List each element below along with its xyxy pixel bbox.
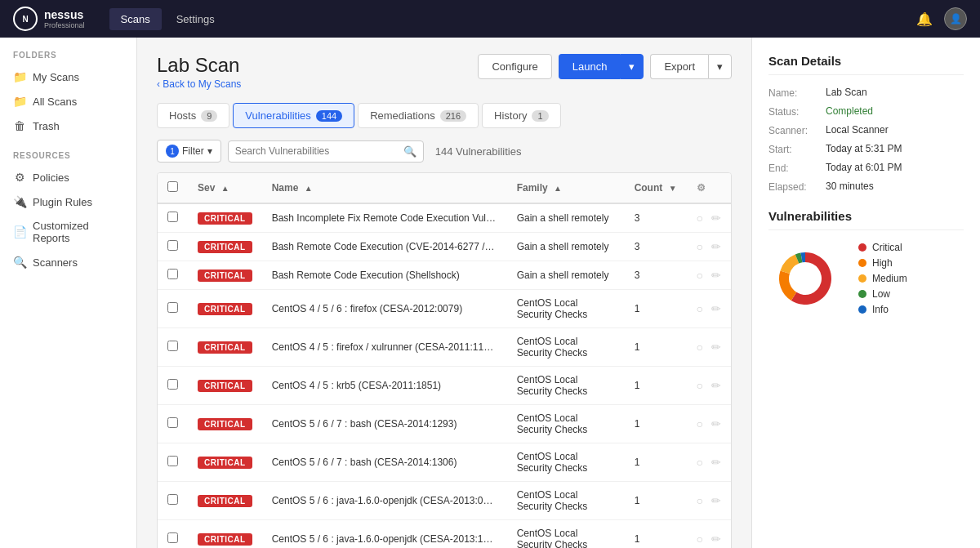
th-settings: ⚙ [687,173,731,203]
sidebar-item-label: Customized Reports [33,220,123,244]
severity-badge: CRITICAL [198,341,252,354]
th-severity[interactable]: Sev ▲ [188,173,262,203]
row-check-icon[interactable]: ○ [697,269,703,282]
select-all-checkbox[interactable] [167,181,178,192]
tab-remediations[interactable]: Remediations 216 [358,103,479,128]
row-check-icon[interactable]: ○ [697,302,703,315]
row-severity: CRITICAL [188,367,262,405]
sidebar-item-label: Trash [33,120,60,132]
nav-link-settings[interactable]: Settings [165,8,226,30]
filter-button[interactable]: 1 Filter ▾ [157,140,221,163]
sidebar-item-all-scans[interactable]: 📁 All Scans [0,89,136,114]
legend-item-info: Info [858,304,907,315]
sidebar-item-scanners[interactable]: 🔍 Scanners [0,250,136,274]
row-checkbox[interactable] [167,417,178,428]
detail-elapsed-value: 30 minutes [826,180,874,192]
table-row: CRITICAL CentOS 4 / 5 : firefox / xulrun… [158,328,731,367]
row-checkbox[interactable] [167,269,178,279]
row-count: 1 [625,482,687,520]
row-checkbox[interactable] [167,532,178,543]
row-checkbox-cell [158,405,188,443]
export-dropdown-button[interactable]: ▾ [708,54,732,79]
row-edit-icon[interactable]: ✏ [711,212,721,225]
nav-link-scans[interactable]: Scans [109,8,162,30]
launch-button[interactable]: Launch [559,54,621,79]
configure-button[interactable]: Configure [478,54,551,79]
th-count[interactable]: Count ▼ [625,173,687,203]
row-check-icon[interactable]: ○ [697,341,703,354]
sidebar-item-customized-reports[interactable]: 📄 Customized Reports [0,214,136,250]
legend-label: Medium [872,273,907,284]
sidebar-item-label: Scanners [33,256,78,269]
row-check-icon[interactable]: ○ [697,212,703,225]
row-name: CentOS 4 / 5 : krb5 (CESA-2011:1851) [262,367,507,405]
row-edit-icon[interactable]: ✏ [711,341,721,354]
row-check-icon[interactable]: ○ [697,379,703,392]
sidebar-item-trash[interactable]: 🗑 Trash [0,114,136,138]
export-button[interactable]: Export [650,54,708,79]
notifications-icon[interactable]: 🔔 [916,11,933,27]
tab-bar: Hosts 9 Vulnerabilities 144 Remediations… [157,103,732,128]
row-check-icon[interactable]: ○ [697,494,703,507]
donut-segment-medium [780,254,799,274]
sort-arrow-sev: ▲ [221,184,229,193]
vuln-chart-container: CriticalHighMediumLowInfo [768,242,964,315]
row-edit-icon[interactable]: ✏ [711,240,721,253]
launch-dropdown-button[interactable]: ▾ [620,54,644,79]
column-settings-icon[interactable]: ⚙ [697,182,706,194]
row-checkbox-cell [158,290,188,328]
sidebar-item-plugin-rules[interactable]: 🔌 Plugin Rules [0,189,136,214]
detail-end-label: End: [768,162,826,174]
trash-icon: 🗑 [13,119,26,132]
row-edit-icon[interactable]: ✏ [711,379,721,392]
row-checkbox[interactable] [167,379,178,390]
row-name: Bash Remote Code Execution (Shellshock) [262,261,507,290]
row-edit-icon[interactable]: ✏ [711,269,721,282]
sidebar-item-policies[interactable]: ⚙ Policies [0,165,136,189]
row-edit-icon[interactable]: ✏ [711,494,721,507]
sidebar-item-my-scans[interactable]: 📁 My Scans [0,65,136,89]
row-check-icon[interactable]: ○ [697,240,703,253]
row-check-icon[interactable]: ○ [697,456,703,469]
th-family[interactable]: Family ▲ [507,173,625,203]
row-actions-cell: ○ ✏ [687,405,731,443]
row-edit-icon[interactable]: ✏ [711,532,721,546]
row-checkbox-cell [158,203,188,233]
row-checkbox-cell [158,261,188,290]
severity-badge: CRITICAL [198,212,252,225]
row-edit-icon[interactable]: ✏ [711,456,721,469]
row-edit-icon[interactable]: ✏ [711,417,721,430]
tab-hosts[interactable]: Hosts 9 [157,103,229,128]
detail-start-label: Start: [768,143,826,155]
filter-label: Filter [182,145,204,157]
launch-btn-group: Launch ▾ [559,54,644,79]
sidebar-item-label: My Scans [33,71,79,83]
back-link[interactable]: ‹ Back to My Scans [157,78,241,90]
row-check-icon[interactable]: ○ [697,417,703,430]
sort-arrow-count: ▼ [669,184,677,193]
report-icon: 📄 [13,225,26,238]
detail-scanner-value: Local Scanner [826,124,889,136]
th-name[interactable]: Name ▲ [262,173,507,203]
legend-dot-low [858,290,866,298]
row-checkbox[interactable] [167,494,178,505]
row-check-icon[interactable]: ○ [697,532,703,546]
row-checkbox[interactable] [167,456,178,466]
row-family: CentOS Local Security Checks [507,443,625,482]
search-input[interactable] [235,145,403,157]
row-checkbox[interactable] [167,341,178,351]
page-title: Lab Scan [157,54,241,77]
user-avatar[interactable]: 👤 [944,7,967,30]
gear-icon: ⚙ [13,171,26,184]
tab-history[interactable]: History 1 [482,103,561,128]
row-family: Gain a shell remotely [507,261,625,290]
row-checkbox[interactable] [167,212,178,222]
row-checkbox[interactable] [167,240,178,251]
row-checkbox[interactable] [167,302,178,313]
vulnerabilities-table: Sev ▲ Name ▲ Family ▲ Count ▼ ⚙ CRITIC [158,173,731,548]
row-actions-cell: ○ ✏ [687,290,731,328]
logo-text: nessus Professional [44,8,85,29]
detail-scanner: Scanner: Local Scanner [768,124,964,136]
tab-vulnerabilities[interactable]: Vulnerabilities 144 [233,103,354,128]
row-edit-icon[interactable]: ✏ [711,302,721,315]
